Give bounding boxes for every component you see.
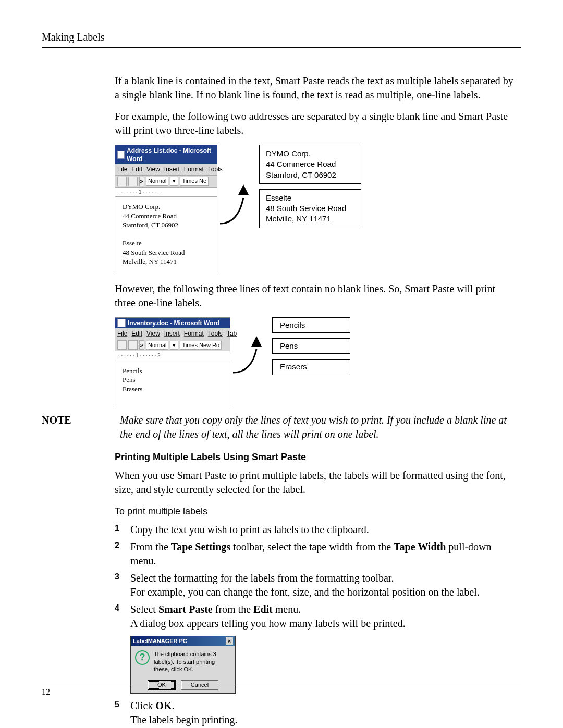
label-output: Pens [272,338,350,354]
style-select: Normal [146,341,168,350]
step-num: 4 [115,602,130,631]
font-select: Times Ne [180,177,209,186]
font-select: Times New Ro [180,341,222,350]
subhead-intro: When you use Smart Paste to print multip… [115,468,516,497]
word-window-1: Address List.doc - Microsoft Word FileEd… [115,145,217,275]
output-labels-2: Pencils Pens Erasers [272,317,350,375]
procedure-head: To print multiple labels [115,505,516,517]
step-text: Copy the text you wish to print as label… [130,523,516,537]
step-num: 2 [115,540,130,568]
svg-marker-1 [251,336,262,347]
step-text: Select the formatting for the labels fro… [130,571,516,599]
toolbar-dropdown: » [139,340,144,350]
word-icon [117,151,125,159]
word-doc: DYMO Corp. 44 Commerce Road Stamford, CT… [115,197,217,275]
figure-2: Inventory.doc - Microsoft Word FileEditV… [115,317,516,406]
intro-p2: For example, the following two addresses… [115,109,516,138]
word-titlebar: Inventory.doc - Microsoft Word [115,318,230,328]
arrow-icon [217,177,259,243]
page-footer: 12 [42,684,521,697]
toolbar-btn [117,177,127,186]
intro-p3: However, the following three lines of te… [115,282,516,310]
toolbar-btn [117,340,127,350]
page-number: 12 [42,687,50,696]
word-title-text: Address List.doc - Microsoft Word [127,146,215,163]
question-icon: ? [135,650,150,665]
step-text: From the Tape Settings toolbar, select t… [130,540,516,568]
style-dropdown-icon: ▾ [170,341,178,350]
step-num: 3 [115,571,130,599]
label-output: Esselte48 South Service RoadMelville, NY… [259,189,361,228]
steps-list-cont: 5Click OK.The labels begin printing. [115,699,516,727]
note-label: NOTE [42,413,120,441]
word-icon [117,319,126,327]
style-select: Normal [146,177,168,186]
word-titlebar: Address List.doc - Microsoft Word [115,145,217,164]
step-text: Select Smart Paste from the Edit menu.A … [130,602,516,631]
note-block: NOTE Make sure that you copy only the li… [115,413,516,441]
toolbar-dropdown: » [139,177,144,186]
ruler: · · · · · · 1 · · · · · · 2 [115,351,230,361]
word-toolbar: » Normal ▾ Times Ne [115,176,217,188]
style-dropdown-icon: ▾ [170,177,178,186]
word-window-2: Inventory.doc - Microsoft Word FileEditV… [115,317,230,406]
label-output: Pencils [272,317,350,333]
dialog-message: The clipboard contains 3 label(s). To st… [154,650,231,673]
intro-p1: If a blank line is contained in the text… [115,74,516,102]
step-num: 1 [115,523,130,537]
word-title-text: Inventory.doc - Microsoft Word [128,319,219,327]
steps-list: 1Copy the text you wish to print as labe… [115,523,516,631]
section-subhead: Printing Multiple Labels Using Smart Pas… [115,451,516,463]
word-toolbar: » Normal ▾ Times New Ro [115,339,230,351]
dialog-title-text: LabelMANAGER PC [133,637,187,645]
label-output: DYMO Corp.44 Commerce RoadStamford, CT 0… [259,145,361,184]
word-doc: Pencils Pens Erasers [115,361,230,406]
page-header: Making Labels [42,31,521,48]
step-num: 5 [115,699,130,727]
dialog-titlebar: LabelMANAGER PC × [131,636,235,646]
note-text: Make sure that you copy only the lines o… [120,413,516,441]
word-menu: FileEditViewInsertFormatToolsTab [115,328,230,339]
toolbar-btn [128,340,138,350]
label-output: Erasers [272,359,350,375]
word-menu: FileEditViewInsertFormatTools [115,164,217,175]
arrow-icon [230,331,272,392]
figure-1: Address List.doc - Microsoft Word FileEd… [115,145,516,275]
close-icon[interactable]: × [226,637,233,645]
toolbar-btn [128,177,138,186]
svg-marker-0 [238,184,249,195]
step-text: Click OK.The labels begin printing. [130,699,516,727]
ruler: · · · · · · · 1 · · · · · · · [115,188,217,198]
output-labels-1: DYMO Corp.44 Commerce RoadStamford, CT 0… [259,145,361,228]
